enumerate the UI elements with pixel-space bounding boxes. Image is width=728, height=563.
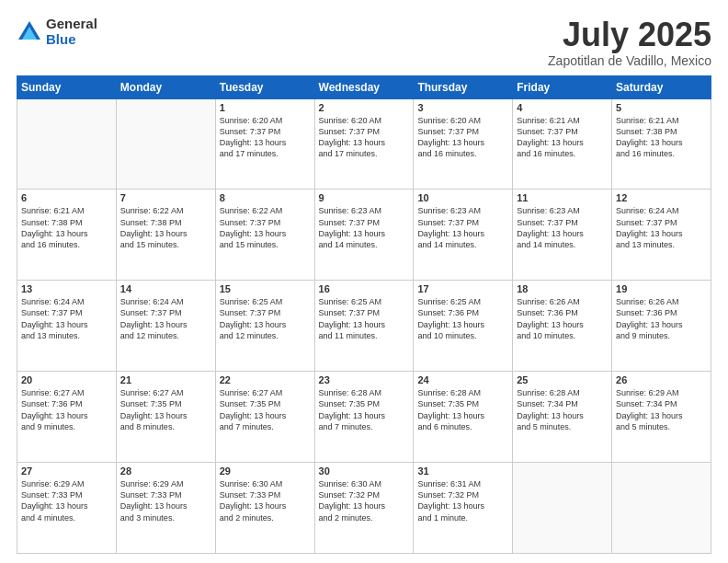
table-row: 23Sunrise: 6:28 AM Sunset: 7:35 PM Dayli… — [314, 372, 414, 463]
header: General Blue July 2025 Zapotitlan de Vad… — [17, 17, 711, 68]
day-info: Sunrise: 6:23 AM Sunset: 7:37 PM Dayligh… — [517, 205, 608, 250]
day-number: 26 — [616, 374, 707, 385]
day-info: Sunrise: 6:21 AM Sunset: 7:38 PM Dayligh… — [616, 115, 707, 160]
day-number: 25 — [517, 374, 608, 385]
day-info: Sunrise: 6:22 AM Sunset: 7:38 PM Dayligh… — [120, 205, 211, 250]
table-row: 9Sunrise: 6:23 AM Sunset: 7:37 PM Daylig… — [314, 190, 414, 281]
table-row: 27Sunrise: 6:29 AM Sunset: 7:33 PM Dayli… — [17, 463, 117, 554]
day-number: 4 — [517, 102, 608, 113]
table-row: 29Sunrise: 6:30 AM Sunset: 7:33 PM Dayli… — [215, 463, 314, 554]
day-number: 29 — [220, 465, 311, 477]
day-number: 13 — [21, 283, 112, 294]
header-saturday: Saturday — [612, 75, 711, 98]
table-row: 19Sunrise: 6:26 AM Sunset: 7:36 PM Dayli… — [612, 281, 711, 372]
table-row: 1Sunrise: 6:20 AM Sunset: 7:37 PM Daylig… — [215, 98, 314, 190]
table-row: 4Sunrise: 6:21 AM Sunset: 7:37 PM Daylig… — [513, 98, 612, 190]
table-row: 13Sunrise: 6:24 AM Sunset: 7:37 PM Dayli… — [17, 281, 117, 372]
table-row: 16Sunrise: 6:25 AM Sunset: 7:37 PM Dayli… — [314, 281, 414, 372]
table-row: 8Sunrise: 6:22 AM Sunset: 7:37 PM Daylig… — [215, 190, 314, 281]
day-number: 27 — [21, 465, 112, 477]
table-row — [513, 463, 612, 554]
table-row: 28Sunrise: 6:29 AM Sunset: 7:33 PM Dayli… — [116, 463, 215, 554]
day-info: Sunrise: 6:29 AM Sunset: 7:34 PM Dayligh… — [616, 387, 707, 432]
day-info: Sunrise: 6:20 AM Sunset: 7:37 PM Dayligh… — [220, 115, 311, 160]
day-info: Sunrise: 6:27 AM Sunset: 7:36 PM Dayligh… — [21, 387, 112, 432]
day-number: 16 — [319, 283, 410, 294]
day-number: 24 — [417, 374, 508, 385]
day-number: 10 — [417, 192, 508, 203]
day-info: Sunrise: 6:24 AM Sunset: 7:37 PM Dayligh… — [120, 296, 211, 341]
day-info: Sunrise: 6:23 AM Sunset: 7:37 PM Dayligh… — [319, 205, 410, 250]
day-number: 9 — [319, 192, 410, 203]
table-row: 20Sunrise: 6:27 AM Sunset: 7:36 PM Dayli… — [17, 372, 117, 463]
day-info: Sunrise: 6:28 AM Sunset: 7:34 PM Dayligh… — [517, 387, 608, 432]
day-number: 21 — [120, 374, 211, 385]
table-row: 24Sunrise: 6:28 AM Sunset: 7:35 PM Dayli… — [414, 372, 513, 463]
header-monday: Monday — [116, 75, 215, 98]
calendar-table: Sunday Monday Tuesday Wednesday Thursday… — [17, 75, 711, 554]
page: General Blue July 2025 Zapotitlan de Vad… — [0, 0, 728, 563]
day-number: 23 — [319, 374, 410, 385]
table-row: 26Sunrise: 6:29 AM Sunset: 7:34 PM Dayli… — [612, 372, 711, 463]
calendar-week-row: 1Sunrise: 6:20 AM Sunset: 7:37 PM Daylig… — [17, 98, 711, 190]
table-row — [17, 98, 117, 190]
month-title: July 2025 — [548, 17, 711, 53]
table-row: 31Sunrise: 6:31 AM Sunset: 7:32 PM Dayli… — [414, 463, 513, 554]
table-row: 3Sunrise: 6:20 AM Sunset: 7:37 PM Daylig… — [414, 98, 513, 190]
day-info: Sunrise: 6:24 AM Sunset: 7:37 PM Dayligh… — [616, 205, 707, 250]
table-row: 17Sunrise: 6:25 AM Sunset: 7:36 PM Dayli… — [414, 281, 513, 372]
day-number: 12 — [616, 192, 707, 203]
table-row: 15Sunrise: 6:25 AM Sunset: 7:37 PM Dayli… — [215, 281, 314, 372]
table-row: 2Sunrise: 6:20 AM Sunset: 7:37 PM Daylig… — [314, 98, 414, 190]
day-info: Sunrise: 6:21 AM Sunset: 7:38 PM Dayligh… — [21, 205, 112, 250]
day-info: Sunrise: 6:28 AM Sunset: 7:35 PM Dayligh… — [417, 387, 508, 432]
header-sunday: Sunday — [17, 75, 117, 98]
table-row — [116, 98, 215, 190]
header-tuesday: Tuesday — [215, 75, 314, 98]
logo: General Blue — [17, 17, 97, 47]
day-number: 19 — [616, 283, 707, 294]
logo-blue: Blue — [46, 32, 97, 48]
table-row: 21Sunrise: 6:27 AM Sunset: 7:35 PM Dayli… — [116, 372, 215, 463]
title-section: July 2025 Zapotitlan de Vadillo, Mexico — [548, 17, 711, 68]
header-wednesday: Wednesday — [314, 75, 414, 98]
day-number: 30 — [319, 465, 410, 477]
day-info: Sunrise: 6:28 AM Sunset: 7:35 PM Dayligh… — [319, 387, 410, 432]
table-row: 7Sunrise: 6:22 AM Sunset: 7:38 PM Daylig… — [116, 190, 215, 281]
day-number: 28 — [120, 465, 211, 477]
day-info: Sunrise: 6:30 AM Sunset: 7:33 PM Dayligh… — [220, 478, 311, 523]
day-info: Sunrise: 6:29 AM Sunset: 7:33 PM Dayligh… — [120, 478, 211, 523]
day-number: 20 — [21, 374, 112, 385]
day-number: 3 — [417, 102, 508, 113]
day-number: 31 — [417, 465, 508, 477]
table-row: 22Sunrise: 6:27 AM Sunset: 7:35 PM Dayli… — [215, 372, 314, 463]
day-number: 18 — [517, 283, 608, 294]
table-row: 14Sunrise: 6:24 AM Sunset: 7:37 PM Dayli… — [116, 281, 215, 372]
day-number: 8 — [220, 192, 311, 203]
header-thursday: Thursday — [414, 75, 513, 98]
day-info: Sunrise: 6:26 AM Sunset: 7:36 PM Dayligh… — [517, 296, 608, 341]
day-number: 14 — [120, 283, 211, 294]
day-info: Sunrise: 6:24 AM Sunset: 7:37 PM Dayligh… — [21, 296, 112, 341]
calendar-week-row: 13Sunrise: 6:24 AM Sunset: 7:37 PM Dayli… — [17, 281, 711, 372]
day-info: Sunrise: 6:20 AM Sunset: 7:37 PM Dayligh… — [319, 115, 410, 160]
day-info: Sunrise: 6:23 AM Sunset: 7:37 PM Dayligh… — [417, 205, 508, 250]
day-number: 2 — [319, 102, 410, 113]
day-info: Sunrise: 6:29 AM Sunset: 7:33 PM Dayligh… — [21, 478, 112, 523]
table-row: 12Sunrise: 6:24 AM Sunset: 7:37 PM Dayli… — [612, 190, 711, 281]
day-number: 17 — [417, 283, 508, 294]
calendar-week-row: 27Sunrise: 6:29 AM Sunset: 7:33 PM Dayli… — [17, 463, 711, 554]
header-friday: Friday — [513, 75, 612, 98]
day-info: Sunrise: 6:27 AM Sunset: 7:35 PM Dayligh… — [220, 387, 311, 432]
calendar-week-row: 6Sunrise: 6:21 AM Sunset: 7:38 PM Daylig… — [17, 190, 711, 281]
table-row: 11Sunrise: 6:23 AM Sunset: 7:37 PM Dayli… — [513, 190, 612, 281]
day-number: 1 — [220, 102, 311, 113]
day-number: 15 — [220, 283, 311, 294]
table-row: 10Sunrise: 6:23 AM Sunset: 7:37 PM Dayli… — [414, 190, 513, 281]
day-number: 5 — [616, 102, 707, 113]
logo-text: General Blue — [46, 17, 97, 47]
day-info: Sunrise: 6:30 AM Sunset: 7:32 PM Dayligh… — [319, 478, 410, 523]
calendar-week-row: 20Sunrise: 6:27 AM Sunset: 7:36 PM Dayli… — [17, 372, 711, 463]
day-number: 11 — [517, 192, 608, 203]
logo-icon — [17, 19, 42, 45]
